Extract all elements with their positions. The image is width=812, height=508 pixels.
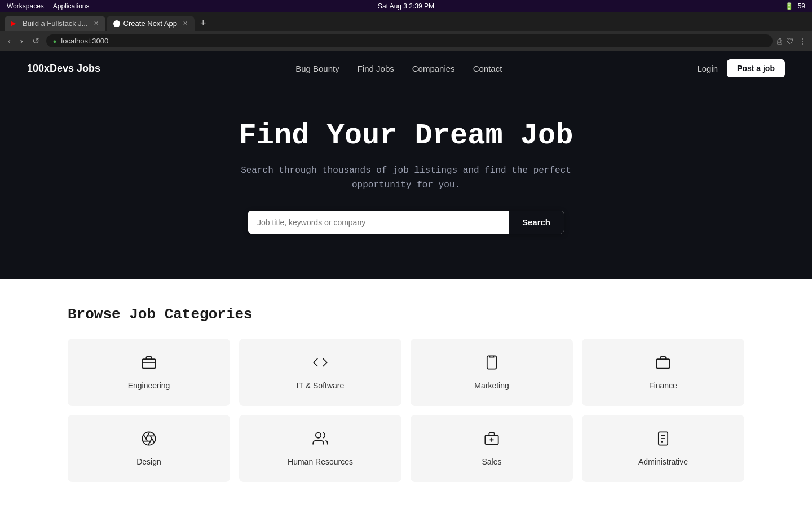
back-button[interactable]: ‹ <box>6 35 13 47</box>
reload-button[interactable]: ↺ <box>30 34 42 47</box>
post-job-button[interactable]: Post a job <box>727 59 785 77</box>
briefcase-icon <box>141 354 157 374</box>
forward-button[interactable]: › <box>17 35 25 47</box>
os-battery-icon: 🔋 <box>785 2 793 10</box>
tab-1-title: Build a Fullstack J... <box>23 19 88 28</box>
categories-grid: Engineering IT & Software <box>68 339 744 482</box>
marketing-label: Marketing <box>474 381 509 390</box>
next-favicon-icon <box>113 20 120 27</box>
code-icon <box>312 354 328 374</box>
new-tab-button[interactable]: + <box>196 17 211 29</box>
nav-actions: Login Post a job <box>697 59 785 77</box>
nav-find-jobs[interactable]: Find Jobs <box>358 64 394 73</box>
site-logo: 100xDevs Jobs <box>27 63 100 75</box>
youtube-favicon-icon: ▶ <box>11 20 19 28</box>
hero-section: Find Your Dream Job Search through thous… <box>0 85 812 279</box>
svg-line-10 <box>144 435 148 441</box>
nav-bug-bounty[interactable]: Bug Bounty <box>295 64 339 73</box>
login-button[interactable]: Login <box>697 64 718 73</box>
categories-title: Browse Job Categories <box>68 306 744 323</box>
tab-1[interactable]: ▶ Build a Fullstack J... ✕ <box>5 16 105 31</box>
site-nav: 100xDevs Jobs Bug Bounty Find Jobs Compa… <box>0 51 812 85</box>
svg-rect-2 <box>487 356 496 369</box>
engineering-label: Engineering <box>128 381 170 390</box>
nav-contact[interactable]: Contact <box>473 64 502 73</box>
os-time-label: 59 <box>798 2 805 10</box>
design-label: Design <box>136 457 161 466</box>
category-marketing[interactable]: Marketing <box>411 339 573 406</box>
os-bar: Workspaces Applications Sat Aug 3 2:39 P… <box>0 0 812 12</box>
finance-briefcase-icon <box>655 354 671 374</box>
admin-clipboard-icon <box>655 431 671 450</box>
share-button[interactable]: ⎙ <box>777 37 782 46</box>
categories-section: Browse Job Categories Engineering <box>0 279 812 508</box>
tab-1-close-icon[interactable]: ✕ <box>94 20 99 27</box>
search-bar: Search <box>248 211 564 234</box>
category-finance[interactable]: Finance <box>582 339 744 406</box>
menu-button[interactable]: ⋮ <box>798 37 806 46</box>
website: 100xDevs Jobs Bug Bounty Find Jobs Compa… <box>0 51 812 508</box>
search-input[interactable] <box>248 211 509 234</box>
category-design[interactable]: Design <box>68 415 230 482</box>
category-sales[interactable]: Sales <box>411 415 573 482</box>
svg-rect-3 <box>656 359 669 368</box>
secure-icon: ● <box>53 38 57 45</box>
browser-toolbar: ‹ › ↺ ● localhost:3000 ⎙ 🛡 ⋮ <box>0 31 812 51</box>
os-bar-left: Workspaces Applications <box>7 2 90 10</box>
tab-bar: ▶ Build a Fullstack J... ✕ Create Next A… <box>0 12 812 31</box>
users-icon <box>312 431 328 450</box>
human-resources-label: Human Resources <box>288 457 353 466</box>
workspaces-label[interactable]: Workspaces <box>7 2 44 10</box>
category-it-software[interactable]: IT & Software <box>239 339 401 406</box>
category-engineering[interactable]: Engineering <box>68 339 230 406</box>
category-human-resources[interactable]: Human Resources <box>239 415 401 482</box>
address-text: localhost:3000 <box>61 37 766 45</box>
svg-line-7 <box>151 436 155 443</box>
tab-2[interactable]: Create Next App ✕ <box>107 16 195 31</box>
svg-rect-0 <box>142 359 155 368</box>
os-datetime: Sat Aug 3 2:39 PM <box>378 2 434 10</box>
browser-chrome: ▶ Build a Fullstack J... ✕ Create Next A… <box>0 12 812 51</box>
os-bar-right: 🔋 59 <box>785 2 805 10</box>
hero-subtitle: Search through thousands of job listings… <box>23 164 789 192</box>
it-software-label: IT & Software <box>297 381 345 390</box>
category-administrative[interactable]: Administrative <box>582 415 744 482</box>
address-bar[interactable]: ● localhost:3000 <box>46 34 773 47</box>
applications-label[interactable]: Applications <box>53 2 90 10</box>
sales-briefcase-icon <box>484 431 500 450</box>
sales-label: Sales <box>482 457 501 466</box>
svg-line-12 <box>148 439 152 445</box>
administrative-label: Administrative <box>638 457 688 466</box>
browser-actions: ⎙ 🛡 ⋮ <box>777 37 806 46</box>
hero-title: Find Your Dream Job <box>23 119 789 152</box>
tab-2-title: Create Next App <box>123 19 177 28</box>
nav-links: Bug Bounty Find Jobs Companies Contact <box>295 64 502 73</box>
svg-point-13 <box>316 433 321 438</box>
nav-companies[interactable]: Companies <box>412 64 455 73</box>
aperture-icon <box>141 431 157 450</box>
search-button[interactable]: Search <box>509 211 564 234</box>
svg-line-9 <box>146 432 150 439</box>
tab-2-close-icon[interactable]: ✕ <box>183 20 188 27</box>
clipboard-icon <box>484 354 500 374</box>
extensions-button[interactable]: 🛡 <box>786 37 794 46</box>
finance-label: Finance <box>649 381 677 390</box>
